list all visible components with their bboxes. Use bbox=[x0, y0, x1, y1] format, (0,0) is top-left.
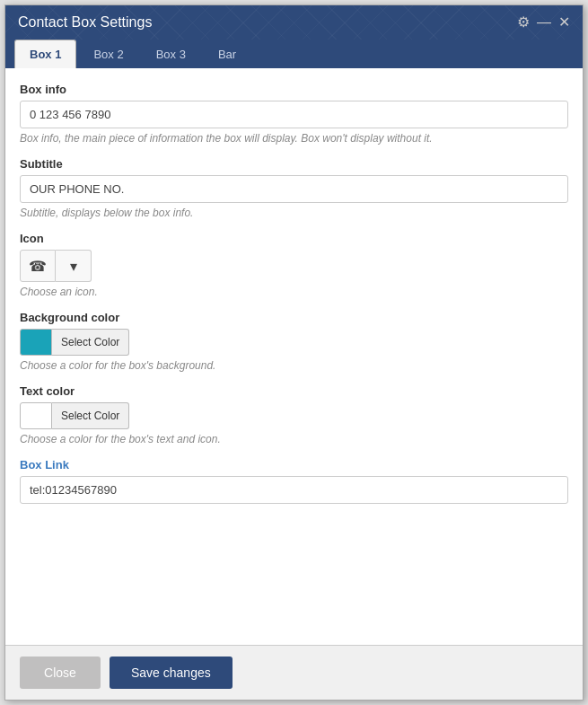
subtitle-label: Subtitle bbox=[20, 157, 568, 171]
tab-bar: Box 1 Box 2 Box 3 Bar bbox=[5, 40, 583, 68]
footer: Close Save changes bbox=[5, 645, 583, 700]
text-color-selector: Select Color bbox=[20, 402, 568, 429]
settings-window: Contact Box Settings ⚙ — ✕ Box 1 Box 2 B… bbox=[4, 4, 584, 701]
box-info-input[interactable] bbox=[20, 101, 568, 128]
minimize-icon[interactable]: — bbox=[537, 15, 551, 30]
background-color-selector: Select Color bbox=[20, 329, 568, 356]
subtitle-input[interactable] bbox=[20, 175, 568, 203]
text-color-group: Text color Select Color Choose a color f… bbox=[20, 384, 568, 445]
icon-dropdown-button[interactable]: ▾ bbox=[56, 250, 92, 282]
tab-box3[interactable]: Box 3 bbox=[141, 40, 201, 68]
close-button[interactable]: Close bbox=[20, 657, 101, 689]
box-link-group: Box Link bbox=[20, 458, 568, 504]
save-button[interactable]: Save changes bbox=[110, 657, 233, 689]
text-color-button[interactable]: Select Color bbox=[52, 402, 129, 429]
window-title: Contact Box Settings bbox=[18, 14, 152, 31]
text-color-swatch[interactable] bbox=[20, 402, 52, 429]
box-link-input[interactable] bbox=[20, 476, 568, 504]
icon-group: Icon ☎ ▾ Choose an icon. bbox=[20, 232, 568, 298]
box-info-group: Box info Box info, the main piece of inf… bbox=[20, 83, 568, 145]
icon-selector: ☎ ▾ bbox=[20, 250, 568, 282]
close-icon[interactable]: ✕ bbox=[558, 15, 570, 30]
chevron-down-icon: ▾ bbox=[70, 258, 77, 275]
background-color-button[interactable]: Select Color bbox=[52, 329, 129, 356]
subtitle-group: Subtitle Subtitle, displays below the bo… bbox=[20, 157, 568, 219]
gear-icon[interactable]: ⚙ bbox=[517, 15, 530, 30]
tab-box2[interactable]: Box 2 bbox=[78, 40, 138, 68]
background-color-group: Background color Select Color Choose a c… bbox=[20, 311, 568, 372]
tab-box1[interactable]: Box 1 bbox=[14, 40, 76, 68]
subtitle-hint: Subtitle, displays below the box info. bbox=[20, 207, 568, 219]
phone-icon: ☎ bbox=[29, 258, 47, 275]
box-link-label: Box Link bbox=[20, 458, 568, 471]
text-color-label: Text color bbox=[20, 384, 568, 398]
box-info-label: Box info bbox=[20, 83, 568, 96]
icon-label: Icon bbox=[20, 232, 568, 245]
window-controls: ⚙ — ✕ bbox=[517, 15, 570, 30]
phone-icon-button[interactable]: ☎ bbox=[20, 250, 56, 282]
tab-bar[interactable]: Bar bbox=[203, 40, 251, 68]
text-color-hint: Choose a color for the box's text and ic… bbox=[20, 433, 568, 445]
background-color-label: Background color bbox=[20, 311, 568, 324]
titlebar: Contact Box Settings ⚙ — ✕ bbox=[5, 5, 583, 40]
content-area: Box info Box info, the main piece of inf… bbox=[5, 68, 583, 645]
icon-hint: Choose an icon. bbox=[20, 286, 568, 298]
box-info-hint: Box info, the main piece of information … bbox=[20, 132, 568, 145]
background-color-swatch[interactable] bbox=[20, 329, 52, 356]
background-color-hint: Choose a color for the box's background. bbox=[20, 359, 568, 372]
